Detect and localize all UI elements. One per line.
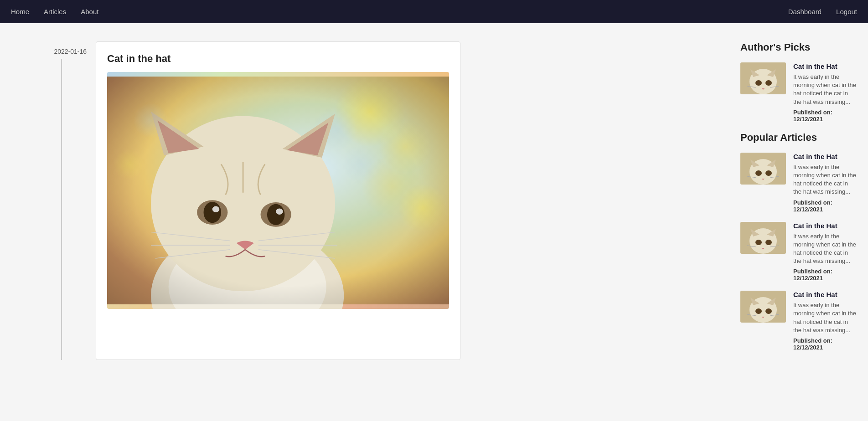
authors-pick-excerpt-0: It was early in the morning when cat in … (793, 73, 857, 106)
svg-point-45 (755, 308, 762, 314)
timeline: 2022-01-16 (36, 41, 96, 360)
svg-point-27 (755, 80, 762, 86)
sidebar: Author's Picks Cat in the Hat It wa (722, 23, 868, 378)
popular-article-thumb-0 (740, 153, 786, 185)
navbar: Home Articles About Dashboard Logout (0, 0, 868, 23)
nav-right: Dashboard Logout (788, 8, 857, 15)
popular-article-title-2: Cat in the Hat (793, 291, 857, 298)
popular-article-date-0: Published on: 12/12/2021 (793, 199, 857, 213)
authors-pick-info-0: Cat in the Hat It was early in the morni… (793, 62, 857, 123)
svg-point-34 (765, 170, 772, 176)
popular-articles-title: Popular Articles (740, 132, 857, 144)
timeline-line (61, 59, 62, 360)
authors-picks-title: Author's Picks (740, 41, 857, 53)
authors-pick-thumb-0 (740, 62, 786, 94)
cat-image-svg (107, 72, 449, 309)
popular-article-item-1[interactable]: Cat in the Hat It was early in the morni… (740, 222, 857, 282)
timeline-date: 2022-01-16 (54, 48, 87, 55)
popular-article-thumb-2 (740, 291, 786, 323)
popular-article-info-1: Cat in the Hat It was early in the morni… (793, 222, 857, 282)
popular-article-item-2[interactable]: Cat in the Hat It was early in the morni… (740, 291, 857, 351)
popular-article-item-0[interactable]: Cat in the Hat It was early in the morni… (740, 153, 857, 213)
nav-home[interactable]: Home (11, 8, 29, 15)
popular-article-excerpt-2: It was early in the morning when cat in … (793, 301, 857, 334)
page-content: 2022-01-16 Cat in the hat (0, 23, 868, 378)
article-image-container (107, 72, 449, 309)
article-card: Cat in the hat (96, 41, 460, 360)
authors-pick-date-0: Published on: 12/12/2021 (793, 109, 857, 123)
popular-article-info-2: Cat in the Hat It was early in the morni… (793, 291, 857, 351)
article-title: Cat in the hat (107, 53, 449, 65)
authors-pick-item-0[interactable]: Cat in the Hat It was early in the morni… (740, 62, 857, 123)
authors-pick-title-0: Cat in the Hat (793, 62, 857, 70)
svg-point-28 (765, 80, 772, 86)
nav-left: Home Articles About (11, 8, 98, 15)
popular-article-excerpt-1: It was early in the morning when cat in … (793, 232, 857, 266)
nav-about[interactable]: About (81, 8, 98, 15)
nav-articles[interactable]: Articles (44, 8, 66, 15)
svg-point-46 (765, 308, 772, 314)
svg-point-40 (765, 240, 772, 245)
popular-article-title-1: Cat in the Hat (793, 222, 857, 230)
popular-articles-container: Cat in the Hat It was early in the morni… (740, 153, 857, 351)
popular-article-title-0: Cat in the Hat (793, 153, 857, 160)
popular-article-date-1: Published on: 12/12/2021 (793, 268, 857, 282)
popular-article-info-0: Cat in the Hat It was early in the morni… (793, 153, 857, 213)
popular-article-excerpt-0: It was early in the morning when cat in … (793, 163, 857, 196)
main-area: 2022-01-16 Cat in the hat (0, 23, 722, 378)
popular-article-thumb-1 (740, 222, 786, 254)
article-image (107, 72, 449, 309)
popular-article-date-2: Published on: 12/12/2021 (793, 337, 857, 351)
nav-dashboard[interactable]: Dashboard (788, 8, 822, 15)
nav-logout[interactable]: Logout (836, 8, 857, 15)
svg-point-33 (755, 170, 762, 176)
svg-point-39 (755, 240, 762, 245)
svg-rect-24 (107, 77, 449, 304)
